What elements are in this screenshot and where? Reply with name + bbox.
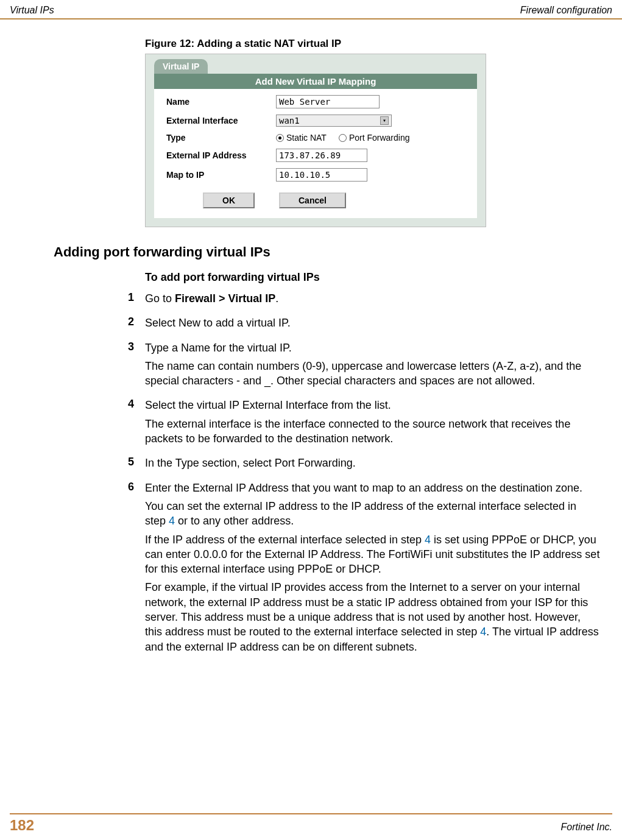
step-text: Go to Firewall > Virtual IP. (145, 291, 612, 309)
step-reference[interactable]: 4 (169, 515, 175, 527)
dialog-buttons: OK Cancel (154, 182, 477, 208)
dialog-title: Add New Virtual IP Mapping (154, 74, 477, 89)
label-type: Type (166, 133, 276, 143)
step-number: 3 (10, 341, 145, 392)
step-reference[interactable]: 4 (480, 626, 486, 638)
header-left: Virtual IPs (10, 5, 54, 16)
step: 6Enter the External IP Address that you … (10, 481, 612, 658)
radio-label-static-nat: Static NAT (286, 133, 327, 143)
footer-divider (10, 813, 612, 814)
section-heading: Adding port forwarding virtual IPs (54, 244, 612, 260)
row-map-to-ip: Map to IP (154, 162, 477, 182)
label-name: Name (166, 97, 276, 107)
step-paragraph: Type a Name for the virtual IP. (145, 341, 600, 355)
step-text: In the Type section, select Port Forward… (145, 456, 612, 474)
row-external-interface: External Interface wan1 ▾ (154, 108, 477, 127)
label-external-ip: External IP Address (166, 150, 276, 160)
name-input[interactable] (276, 95, 380, 108)
map-to-ip-input[interactable] (276, 168, 367, 182)
chevron-down-icon: ▾ (380, 116, 389, 125)
row-type: Type Static NAT Port Forwarding (154, 127, 477, 143)
external-interface-select[interactable]: wan1 ▾ (276, 115, 392, 127)
radio-static-nat[interactable]: Static NAT (276, 133, 327, 143)
step-paragraph: If the IP address of the external interf… (145, 532, 600, 577)
step: 4Select the virtual IP External Interfac… (10, 398, 612, 450)
step-paragraph: Select the virtual IP External Interface… (145, 398, 600, 412)
label-external-interface: External Interface (166, 116, 276, 125)
tab-virtual-ip[interactable]: Virtual IP (154, 59, 208, 74)
step-number: 4 (10, 398, 145, 450)
radio-port-forwarding[interactable]: Port Forwarding (339, 133, 410, 143)
step-text: Enter the External IP Address that you w… (145, 481, 612, 658)
external-ip-input[interactable] (276, 149, 367, 162)
page-content: Figure 12: Adding a static NAT virtual I… (0, 19, 622, 658)
step-paragraph: In the Type section, select Port Forward… (145, 456, 600, 470)
radio-label-port-forwarding: Port Forwarding (349, 133, 410, 143)
step-text: Select New to add a virtual IP. (145, 316, 612, 334)
footer-company: Fortinet Inc. (561, 822, 612, 833)
dialog: Add New Virtual IP Mapping Name External… (154, 74, 477, 218)
step-text: Select the virtual IP External Interface… (145, 398, 612, 450)
step-number: 5 (10, 456, 145, 474)
page-number: 182 (10, 817, 34, 834)
step-paragraph: For example, if the virtual IP provides … (145, 580, 600, 654)
figure-caption: Figure 12: Adding a static NAT virtual I… (145, 38, 612, 50)
radio-icon (339, 134, 347, 142)
step-paragraph: The name can contain numbers (0-9), uppe… (145, 359, 600, 389)
step: 1Go to Firewall > Virtual IP. (10, 291, 612, 309)
subheading: To add port forwarding virtual IPs (145, 271, 612, 284)
cancel-button[interactable]: Cancel (279, 192, 346, 208)
step-reference[interactable]: 4 (425, 534, 431, 546)
step-number: 2 (10, 316, 145, 334)
label-map-to-ip: Map to IP (166, 170, 276, 180)
external-interface-value: wan1 (279, 116, 300, 125)
page-header: Virtual IPs Firewall configuration (0, 0, 622, 19)
step: 3Type a Name for the virtual IP.The name… (10, 341, 612, 392)
figure-screenshot: Virtual IP Add New Virtual IP Mapping Na… (145, 54, 486, 227)
step-paragraph: Enter the External IP Address that you w… (145, 481, 600, 495)
ok-button[interactable]: OK (203, 192, 255, 208)
step-paragraph: You can set the external IP address to t… (145, 499, 600, 529)
step: 2Select New to add a virtual IP. (10, 316, 612, 334)
radio-icon (276, 134, 284, 142)
step-number: 6 (10, 481, 145, 658)
header-right: Firewall configuration (520, 5, 612, 16)
steps-list: 1Go to Firewall > Virtual IP.2Select New… (10, 291, 612, 658)
type-radio-group: Static NAT Port Forwarding (276, 133, 409, 143)
step-paragraph: The external interface is the interface … (145, 417, 600, 446)
step-text: Type a Name for the virtual IP.The name … (145, 341, 612, 392)
step-number: 1 (10, 291, 145, 309)
row-name: Name (154, 89, 477, 108)
page-footer: 182 Fortinet Inc. (0, 810, 622, 840)
row-external-ip: External IP Address (154, 143, 477, 162)
step-paragraph: Go to Firewall > Virtual IP. (145, 291, 600, 306)
step: 5In the Type section, select Port Forwar… (10, 456, 612, 474)
step-paragraph: Select New to add a virtual IP. (145, 316, 600, 330)
